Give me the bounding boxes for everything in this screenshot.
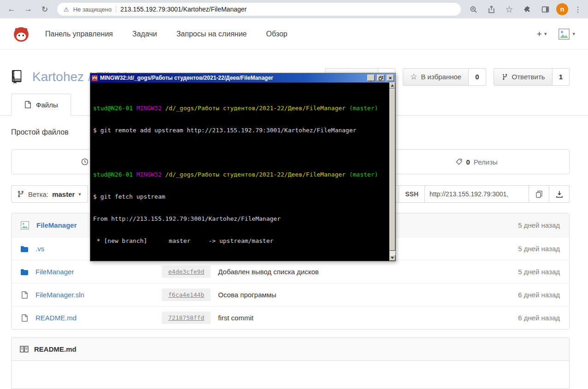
commit-message[interactable]: Добавлен вывод списка дисков — [218, 268, 518, 276]
commit-message[interactable]: Осова программы — [218, 291, 518, 299]
terminal-output[interactable]: stud@N26-01 MINGW32 /d/_gogs/Работы студ… — [90, 83, 389, 261]
file-icon — [21, 314, 28, 322]
security-label: Не защищено — [73, 6, 112, 13]
user-avatar-broken-image-icon — [559, 29, 570, 40]
nav-pull-requests[interactable]: Запросы на слияние — [176, 30, 247, 38]
plus-icon: + — [537, 29, 542, 39]
file-age: 5 дней назад — [518, 245, 560, 253]
share-icon[interactable] — [484, 2, 498, 16]
extensions-puzzle-icon[interactable] — [520, 2, 534, 16]
history-clock-icon — [81, 158, 88, 165]
commit-message[interactable]: first commit — [218, 314, 518, 322]
clone-ssh-button[interactable]: SSH — [399, 185, 425, 203]
close-button[interactable]: × — [387, 75, 394, 81]
download-icon — [556, 190, 563, 198]
committer-avatar-broken-image-icon — [21, 221, 29, 230]
chevron-down-icon: ▾ — [78, 191, 81, 197]
back-icon[interactable]: ← — [5, 2, 18, 16]
create-new-button[interactable]: + ▾ — [537, 29, 547, 39]
readme-body — [12, 361, 569, 389]
fork-button[interactable]: Ответвить — [494, 68, 553, 86]
commit-hash-badge[interactable]: f6ca4e144b — [162, 289, 211, 301]
chevron-down-icon: ▾ — [544, 31, 547, 37]
user-menu[interactable]: ▾ — [559, 29, 575, 40]
branch-selector[interactable]: Ветка: master ▾ — [11, 185, 88, 203]
file-link[interactable]: FileManager.sln — [35, 291, 84, 299]
copy-icon — [535, 190, 543, 198]
clone-url-input[interactable] — [425, 185, 529, 203]
tab-files-label: Файлы — [36, 101, 58, 109]
fork-label: Ответвить — [512, 73, 545, 81]
bookmark-star-icon[interactable]: ☆ — [502, 2, 516, 16]
restore-icon — [379, 76, 383, 80]
nav-explore[interactable]: Обзор — [266, 30, 287, 38]
latest-committer-link[interactable]: FileManager — [36, 221, 77, 229]
terminal-window[interactable]: MINGW32:/d/_gogs/Работы студентов/2021-2… — [90, 73, 396, 261]
terminal-title-bar[interactable]: MINGW32:/d/_gogs/Работы студентов/2021-2… — [90, 73, 395, 83]
mingw-app-icon — [92, 75, 98, 81]
scroll-down-icon[interactable] — [389, 255, 395, 261]
terminal-prompt-line: stud@N26-01 MINGW32 /d/_gogs/Работы студ… — [93, 171, 389, 178]
table-row: FileManager e4de3cfe9d Добавлен вывод сп… — [12, 260, 569, 283]
terminal-command-line: $ git fetch upstream — [93, 193, 389, 200]
file-link[interactable]: FileManager — [35, 268, 74, 276]
terminal-output-line: * [new branch] master -> upstream/master — [93, 237, 389, 245]
repo-book-icon — [11, 70, 25, 84]
terminal-blank-line — [93, 259, 389, 261]
refresh-icon[interactable]: ↻ — [38, 2, 52, 16]
file-icon — [24, 101, 31, 108]
tab-files[interactable]: Файлы — [11, 94, 71, 116]
fork-group: Ответвить 1 — [494, 68, 570, 86]
gogs-navbar: Панель управления Задачи Запросы на слия… — [0, 18, 588, 50]
terminal-command-line: $ git remote add upstream http://213.155… — [93, 127, 389, 134]
download-button[interactable] — [549, 185, 570, 203]
terminal-output-line: From http://213.155.192.79:3001/Kartohez… — [93, 215, 389, 223]
scroll-up-icon[interactable] — [389, 83, 395, 88]
file-age: 6 дней назад — [518, 314, 560, 322]
terminal-title: MINGW32:/d/_gogs/Работы студентов/2021-2… — [100, 75, 365, 81]
side-panel-icon[interactable] — [538, 2, 552, 16]
chevron-down-icon: ▾ — [572, 31, 575, 37]
browser-profile-avatar[interactable]: n — [556, 3, 568, 15]
url-text: 213.155.192.79:3001/Kartohez/FileManager — [120, 6, 247, 13]
file-age: 6 дней назад — [518, 291, 560, 299]
scrollbar-thumb[interactable] — [389, 88, 395, 251]
stat-releases[interactable]: 0 Релизы — [383, 150, 569, 174]
latest-commit-age: 5 дней назад — [518, 221, 560, 229]
commit-hash-badge[interactable]: 7218758ffd — [162, 312, 211, 324]
address-bar[interactable]: ⚠ Не защищено 213.155.192.79:3001/Kartoh… — [57, 3, 461, 16]
scrollbar-track[interactable] — [389, 251, 395, 255]
browser-menu-icon[interactable]: ⋮ — [572, 5, 583, 14]
readme-panel: README.md — [11, 337, 570, 389]
zoom-icon[interactable] — [466, 2, 480, 16]
readme-title: README.md — [34, 345, 76, 353]
file-age: 5 дней назад — [518, 268, 560, 276]
forward-icon[interactable]: → — [21, 2, 35, 16]
minimize-button[interactable]: _ — [367, 75, 375, 81]
file-icon — [21, 291, 28, 299]
folder-icon — [21, 268, 28, 276]
terminal-blank-line — [93, 149, 389, 156]
file-link[interactable]: .vs — [35, 245, 44, 253]
folder-icon — [21, 245, 28, 253]
fork-icon — [501, 73, 508, 81]
releases-count: 0 — [466, 158, 470, 166]
star-count[interactable]: 0 — [469, 68, 486, 86]
star-label: В избранное — [421, 73, 461, 81]
book-icon — [20, 346, 29, 353]
file-link[interactable]: README.md — [35, 314, 76, 322]
nav-dashboard[interactable]: Панель управления — [45, 30, 113, 38]
terminal-scrollbar[interactable] — [389, 83, 395, 261]
star-button[interactable]: ☆ В избранное — [403, 68, 469, 86]
releases-label: Релизы — [474, 158, 498, 166]
repo-owner-link[interactable]: Kartohez — [32, 70, 84, 84]
branch-label: Ветка: — [28, 190, 48, 198]
fork-count[interactable]: 1 — [553, 68, 570, 86]
browser-toolbar: ← → ↻ ⚠ Не защищено 213.155.192.79:3001/… — [0, 0, 588, 18]
restore-button[interactable] — [377, 75, 384, 81]
branch-name: master — [52, 190, 75, 198]
commit-hash-badge[interactable]: e4de3cfe9d — [162, 265, 211, 278]
nav-issues[interactable]: Задачи — [132, 30, 157, 38]
copy-url-button[interactable] — [529, 185, 549, 203]
gogs-logo[interactable] — [13, 26, 29, 42]
